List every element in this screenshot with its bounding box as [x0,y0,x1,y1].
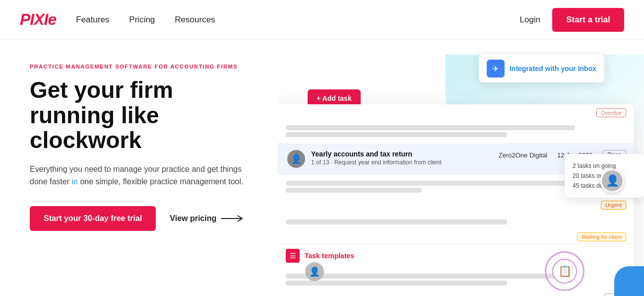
nav-pricing[interactable]: Pricing [129,15,155,25]
nav-right: Login Start a trial [520,8,624,32]
inbox-icon: ✈ [487,60,505,77]
waiting-row: Waiting for client [278,230,634,243]
navbar: PIXIe Features Pricing Resources Login S… [0,0,644,40]
inbox-text: Integrated with your Inbox [510,65,596,73]
login-link[interactable]: Login [520,15,541,25]
person-avatar: 👤 [600,169,624,193]
waiting-badge: Waiting for client [577,232,626,241]
view-pricing-link[interactable]: View pricing [170,214,246,223]
task-info: Yearly accounts and tax return 1 of 13 ·… [311,150,493,166]
hero-subtext: Everything you need to manage your pract… [30,163,258,188]
gray-bar [286,132,507,137]
overdue-badge: Overdue [596,108,626,117]
free-trial-button[interactable]: Start your 30-day free trial [30,206,156,231]
bottom-avatar: 👤 [305,262,324,281]
gray-bar [286,181,575,186]
cta-row: Start your 30-day free trial View pricin… [30,206,258,231]
gray-bar [286,274,575,279]
gray-row-3 [278,214,634,230]
ui-illustration: ✈ Integrated with your Inbox + Add task … [278,40,644,296]
task-title: Yearly accounts and tax return [311,150,493,158]
purple-circle-inner: 📋 [552,259,577,284]
arrow-icon [221,215,246,222]
templates-text: Task templates [305,252,354,260]
gray-bar [286,220,507,224]
start-trial-button[interactable]: Start a trial [552,8,624,32]
gray-bar [286,188,422,193]
logo: PIXIe [20,10,56,29]
stat-ongoing: 2 tasks on going [573,161,636,171]
templates-icon: ☰ [286,249,300,263]
hero-headline: Get your firm running like clockwork [30,77,258,153]
task-subtitle: 1 of 13 · Request year end information f… [311,159,493,166]
nav-resources[interactable]: Resources [175,15,215,25]
gray-bar [286,125,575,130]
gray-row-1 [278,119,634,143]
gray-bar [286,281,507,286]
highlight-text: in [72,177,78,186]
view-pricing-label: View pricing [170,214,216,223]
main-content: PRACTICE MANAGEMENT SOFTWARE FOR ACCOUNT… [0,40,644,296]
blue-corner-decoration [614,266,644,296]
urgent-row: Urgent [278,199,634,214]
hero-eyebrow: PRACTICE MANAGEMENT SOFTWARE FOR ACCOUNT… [30,64,258,70]
hero-section: PRACTICE MANAGEMENT SOFTWARE FOR ACCOUNT… [0,40,278,296]
nav-left: PIXIe Features Pricing Resources [20,10,215,29]
task-client: Zero2One Digital [499,151,547,159]
open-row: Open [278,292,634,296]
urgent-badge: Urgent [601,201,626,210]
nav-features[interactable]: Features [76,15,109,25]
task-avatar: 👤 [287,150,305,168]
overdue-row: Overdue [278,104,634,119]
inbox-badge: ✈ Integrated with your Inbox [479,55,604,82]
